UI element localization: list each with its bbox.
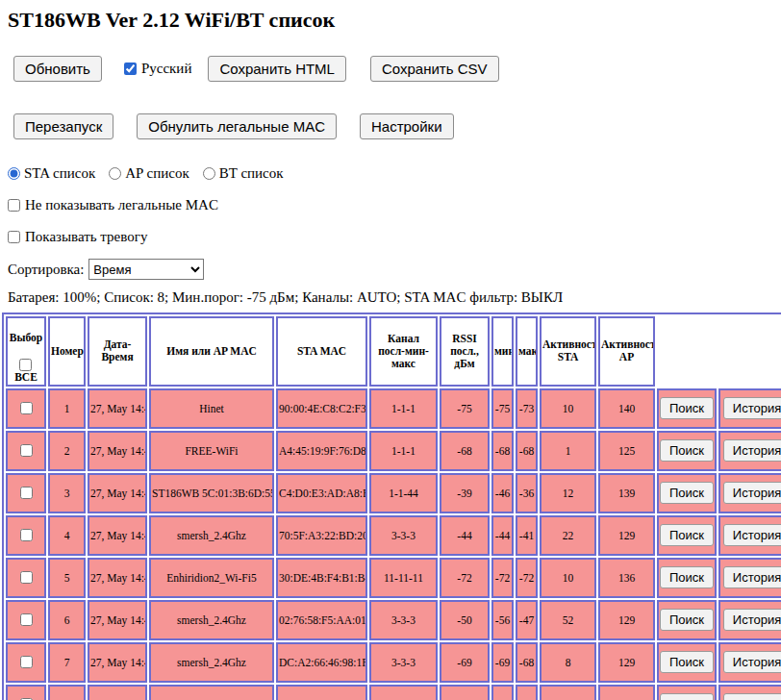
- row-search-cell: Поиск: [657, 685, 717, 700]
- history-button[interactable]: История: [723, 609, 781, 631]
- select-all-checkbox[interactable]: [19, 359, 32, 371]
- search-button[interactable]: Поиск: [660, 693, 714, 700]
- language-checkbox[interactable]: [124, 62, 137, 75]
- search-button[interactable]: Поиск: [660, 609, 714, 631]
- save-html-button[interactable]: Сохранить HTML: [208, 56, 346, 82]
- reset-legal-mac-button[interactable]: Обнулить легальные MAC: [137, 113, 337, 139]
- row-search-cell: Поиск: [657, 558, 717, 598]
- row-number-cell: 5: [48, 558, 86, 598]
- row-history-cell: История: [718, 431, 781, 471]
- row-history-cell: История: [718, 558, 781, 598]
- row-datetime-cell: 27, May 14:40: [88, 431, 147, 471]
- show-alarm-row[interactable]: Показывать тревогу: [8, 229, 781, 245]
- search-button[interactable]: Поиск: [660, 651, 714, 673]
- select-header-label: Выбор: [10, 332, 42, 343]
- row-select-checkbox[interactable]: [20, 529, 33, 541]
- view-mode-sta[interactable]: STA список: [8, 165, 95, 182]
- sta-list-radio[interactable]: [8, 167, 20, 180]
- history-button[interactable]: История: [723, 651, 781, 673]
- history-button[interactable]: История: [723, 482, 781, 504]
- history-button[interactable]: История: [723, 693, 781, 700]
- row-select-cell: [6, 685, 46, 700]
- row-number-cell: 2: [48, 431, 86, 471]
- row-channel-cell: N/A: [369, 685, 438, 700]
- ap-list-radio[interactable]: [109, 167, 121, 180]
- row-min-cell: -72: [491, 558, 514, 598]
- row-search-cell: Поиск: [657, 388, 717, 429]
- sta-list-label: STA список: [24, 165, 95, 182]
- hide-legal-mac-label: Не показывать легальные MAC: [25, 197, 218, 213]
- history-button[interactable]: История: [723, 566, 781, 588]
- row-name-cell: smersh_2.4Ghz: [149, 642, 274, 683]
- row-max-cell: -36: [516, 473, 538, 513]
- row-min-cell: -46: [491, 473, 514, 513]
- show-alarm-checkbox[interactable]: [8, 231, 20, 243]
- row-select-checkbox[interactable]: [20, 571, 33, 584]
- row-rssi-cell: -72: [440, 685, 490, 700]
- row-select-checkbox[interactable]: [20, 487, 33, 499]
- row-sta-activity-cell: 8: [540, 642, 596, 683]
- row-name-cell: smersh_2.4Ghz: [149, 600, 274, 640]
- view-mode-ap[interactable]: AP список: [109, 165, 189, 182]
- row-history-cell: История: [718, 388, 781, 429]
- row-max-cell: -72: [516, 685, 538, 700]
- row-rssi-cell: -44: [440, 515, 490, 556]
- language-toggle[interactable]: Русский: [124, 61, 192, 77]
- row-sta-activity-cell: 1: [540, 685, 596, 700]
- row-search-cell: Поиск: [657, 515, 717, 556]
- row-channel-cell: 1-1-44: [369, 473, 438, 513]
- row-sta-activity-cell: 12: [540, 473, 596, 513]
- row-select-cell: [6, 388, 46, 429]
- row-sta-activity-cell: 22: [540, 515, 596, 556]
- search-button[interactable]: Поиск: [660, 482, 714, 504]
- row-channel-cell: 1-1-1: [369, 431, 438, 471]
- row-sta-activity-cell: 10: [540, 558, 596, 598]
- row-search-cell: Поиск: [657, 600, 717, 640]
- search-button[interactable]: Поиск: [660, 439, 714, 462]
- row-search-cell: Поиск: [657, 431, 717, 471]
- restart-button[interactable]: Перезапуск: [13, 113, 113, 139]
- row-datetime-cell: 27, May 14:40: [88, 558, 147, 598]
- row-max-cell: -68: [516, 642, 538, 683]
- settings-button[interactable]: Настройки: [360, 113, 454, 139]
- history-button[interactable]: История: [723, 524, 781, 546]
- history-button[interactable]: История: [723, 397, 781, 419]
- save-csv-button[interactable]: Сохранить CSV: [370, 56, 499, 82]
- row-rssi-cell: -68: [440, 431, 490, 471]
- search-button[interactable]: Поиск: [660, 524, 714, 546]
- header-sta-mac: STA MAC: [276, 316, 367, 387]
- row-sta-activity-cell: 10: [540, 388, 596, 429]
- header-number: Номер: [48, 316, 86, 387]
- row-rssi-cell: -69: [440, 642, 490, 683]
- row-sta-mac-cell: C4:D0:E3:AD:A8:F4: [276, 473, 367, 513]
- bt-list-radio[interactable]: [203, 167, 215, 180]
- row-max-cell: -72: [516, 558, 538, 598]
- row-name-cell: smersh_2.4Ghz: [149, 515, 274, 556]
- header-rssi: RSSI посл., дБм: [440, 316, 490, 387]
- row-ap-activity-cell: 125: [598, 431, 655, 471]
- row-sta-activity-cell: 52: [540, 600, 596, 640]
- view-mode-bt[interactable]: BT список: [203, 165, 284, 182]
- row-select-checkbox[interactable]: [20, 656, 33, 668]
- hide-legal-mac-checkbox[interactable]: [8, 199, 20, 212]
- header-name-or-ap-mac: Имя или AP MAC: [149, 316, 274, 387]
- row-select-cell: [6, 515, 46, 556]
- row-select-checkbox[interactable]: [20, 613, 33, 626]
- search-button[interactable]: Поиск: [660, 397, 714, 419]
- row-min-cell: -75: [491, 388, 514, 429]
- row-select-cell: [6, 642, 46, 683]
- row-select-checkbox[interactable]: [20, 402, 33, 414]
- sort-select[interactable]: Время: [88, 259, 204, 280]
- row-min-cell: -72: [491, 685, 514, 700]
- row-select-cell: [6, 558, 46, 598]
- history-button[interactable]: История: [723, 439, 781, 462]
- table-row: 727, May 14:40smersh_2.4GhzDC:A2:66:46:9…: [6, 642, 781, 683]
- hide-legal-mac-row[interactable]: Не показывать легальные MAC: [8, 197, 781, 213]
- refresh-button[interactable]: Обновить: [13, 56, 102, 82]
- table-row: 427, May 14:40smersh_2.4Ghz70:5F:A3:22:B…: [6, 515, 781, 556]
- header-sta-activity: Активность STA: [540, 316, 596, 387]
- row-rssi-cell: -75: [440, 388, 490, 429]
- row-sta-mac-cell: A4:45:19:9F:76:D8: [276, 431, 367, 471]
- row-select-checkbox[interactable]: [20, 444, 33, 457]
- search-button[interactable]: Поиск: [660, 566, 714, 588]
